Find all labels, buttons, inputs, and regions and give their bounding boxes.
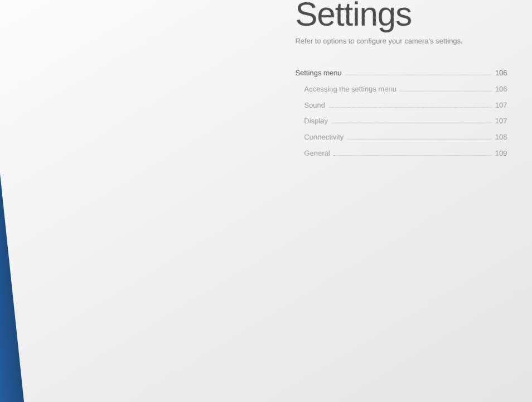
table-of-contents: Settings menu 106 Accessing the settings… xyxy=(295,68,507,160)
toc-label: General xyxy=(304,148,330,160)
toc-page-number: 107 xyxy=(495,99,507,111)
toc-entry[interactable]: Connectivity 108 xyxy=(295,132,507,143)
toc-page-number: 107 xyxy=(495,116,507,127)
page-subtitle: Refer to options to configure your camer… xyxy=(295,37,532,45)
toc-dots xyxy=(400,91,492,92)
toc-dots xyxy=(331,123,492,123)
page-title: Settings xyxy=(295,0,532,34)
toc-label: Settings menu xyxy=(295,68,341,79)
toc-label: Accessing the settings menu xyxy=(304,84,396,95)
toc-page-number: 106 xyxy=(495,68,507,79)
toc-page-number: 106 xyxy=(495,84,507,95)
toc-page-number: 109 xyxy=(495,148,507,160)
toc-label: Display xyxy=(304,116,328,127)
document-page: Settings Refer to options to configure y… xyxy=(0,0,532,402)
toc-dots xyxy=(345,75,492,75)
toc-entry[interactable]: General 109 xyxy=(295,148,507,160)
toc-entry[interactable]: Accessing the settings menu 106 xyxy=(295,84,507,95)
toc-dots xyxy=(347,139,491,140)
toc-dots xyxy=(333,155,492,156)
toc-dots xyxy=(328,107,492,107)
toc-label: Connectivity xyxy=(304,132,344,143)
toc-entry[interactable]: Settings menu 106 xyxy=(295,68,507,79)
toc-entry[interactable]: Sound 107 xyxy=(295,99,507,111)
toc-label: Sound xyxy=(304,99,325,111)
page-sheet: Settings Refer to options to configure y… xyxy=(0,0,532,402)
page-content: Settings Refer to options to configure y… xyxy=(295,0,532,160)
toc-page-number: 108 xyxy=(495,132,507,143)
toc-entry[interactable]: Display 107 xyxy=(295,116,507,127)
